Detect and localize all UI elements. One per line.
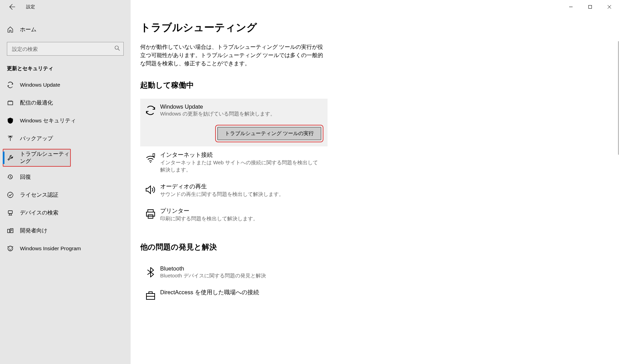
code-icon [7, 227, 14, 234]
sidebar-item-windows-update[interactable]: Windows Update [0, 76, 131, 94]
arrow-left-icon [9, 4, 15, 10]
sidebar-item-label: ライセンス認証 [20, 191, 58, 199]
page-description: 何かが動作していない場合は、トラブルシューティング ツールの実行が役立つ可能性が… [140, 43, 326, 68]
svg-rect-17 [8, 229, 10, 233]
svg-rect-25 [153, 154, 155, 156]
troubleshoot-item[interactable]: Windows UpdateWindows の更新を妨げている問題を解決します。… [140, 99, 328, 146]
wrench-icon [7, 154, 14, 161]
back-button[interactable] [5, 0, 19, 14]
location-icon [7, 209, 14, 216]
sidebar-item-label: バックアップ [20, 135, 53, 142]
svg-rect-1 [589, 5, 592, 9]
sidebar-item-label: 回復 [20, 174, 31, 181]
svg-rect-26 [148, 210, 153, 212]
svg-rect-13 [8, 211, 12, 213]
sync-large-icon [144, 104, 157, 117]
svg-line-5 [118, 49, 120, 51]
svg-rect-6 [8, 101, 13, 105]
sidebar-item-label: Windows Update [20, 82, 60, 88]
home-label: ホーム [20, 26, 36, 33]
sidebar-item-label: デバイスの検索 [20, 209, 58, 217]
sound-icon [144, 184, 157, 196]
maximize-button[interactable] [581, 0, 600, 14]
section-running-title: 起動して稼働中 [140, 80, 619, 90]
sidebar-item-label: トラブルシューティング [20, 151, 71, 165]
sidebar-item-windows-security[interactable]: Windows セキュリティ [0, 112, 131, 130]
troubleshoot-item[interactable]: BluetoothBluetooth デバイスに関する問題の発見と解決 [140, 261, 328, 284]
troubleshoot-item-desc: 印刷に関する問題を検出して解決します。 [160, 215, 258, 222]
svg-point-4 [115, 46, 119, 49]
sidebar-item-troubleshoot[interactable]: トラブルシューティング [3, 149, 71, 167]
close-icon [607, 5, 611, 9]
svg-point-21 [8, 246, 13, 251]
search-input[interactable] [12, 46, 114, 52]
svg-line-14 [9, 213, 10, 215]
search-box[interactable] [7, 42, 124, 56]
troubleshoot-item-desc: Windows の更新を妨げている問題を解決します。 [160, 110, 275, 117]
nav-list: Windows Update配信の最適化Windows セキュリティバックアップ… [0, 76, 131, 257]
search-icon [114, 45, 120, 52]
section-other-title: 他の問題の発見と解決 [140, 242, 619, 252]
troubleshoot-item-title: オーディオの再生 [160, 183, 284, 190]
run-troubleshooter-button[interactable]: トラブルシューティング ツールの実行 [217, 127, 321, 140]
window-title: 設定 [26, 4, 35, 10]
arrow-up-icon [7, 135, 14, 142]
svg-point-23 [11, 248, 12, 249]
sync-icon [7, 81, 14, 88]
sidebar-item-find-device[interactable]: デバイスの検索 [0, 204, 131, 222]
sidebar-item-recovery[interactable]: 回復 [0, 168, 131, 186]
sidebar-item-label: 配信の最適化 [20, 99, 53, 107]
delivery-icon [7, 99, 14, 106]
close-button[interactable] [600, 0, 619, 14]
svg-rect-27 [146, 212, 155, 216]
printer-icon [144, 208, 157, 220]
home-icon [7, 26, 14, 33]
main-content: トラブルシューティング 何かが動作していない場合は、トラブルシューティング ツー… [131, 0, 619, 364]
troubleshoot-item-title: Windows Update [160, 103, 275, 110]
check-circle-icon [7, 191, 14, 198]
troubleshoot-item[interactable]: プリンター印刷に関する問題を検出して解決します。 [140, 202, 328, 227]
troubleshoot-item-title: Bluetooth [160, 265, 266, 272]
troubleshoot-item[interactable]: オーディオの再生サウンドの再生に関する問題を検出して解決します。 [140, 178, 328, 202]
shield-icon [7, 117, 14, 124]
insider-icon [7, 245, 14, 252]
sidebar: ホーム 更新とセキュリティ Windows Update配信の最適化Window… [0, 0, 131, 364]
sidebar-item-insider[interactable]: Windows Insider Program [0, 240, 131, 257]
briefcase-icon [144, 289, 157, 302]
sidebar-item-developer[interactable]: 開発者向け [0, 222, 131, 240]
troubleshoot-list-running: Windows UpdateWindows の更新を妨げている問題を解決します。… [140, 99, 328, 227]
home-link[interactable]: ホーム [0, 21, 131, 38]
sidebar-category: 更新とセキュリティ [0, 56, 131, 76]
maximize-icon [588, 5, 592, 9]
svg-line-15 [11, 213, 11, 215]
sidebar-item-label: Windows Insider Program [20, 245, 81, 252]
minimize-icon [569, 5, 573, 9]
minimize-button[interactable] [561, 0, 581, 14]
page-title: トラブルシューティング [140, 21, 619, 35]
history-icon [7, 174, 14, 180]
troubleshoot-item-title: DirectAccess を使用した職場への接続 [160, 289, 259, 296]
troubleshoot-item[interactable]: インターネット接続インターネットまたは Web サイトへの接続に関する問題を検出… [140, 146, 328, 178]
sidebar-item-label: 開発者向け [20, 227, 47, 234]
sidebar-item-label: Windows セキュリティ [20, 117, 76, 124]
troubleshoot-item-title: プリンター [160, 207, 258, 215]
troubleshoot-item-desc: インターネットまたは Web サイトへの接続に関する問題を検出して解決します。 [160, 159, 322, 173]
wifi-icon [144, 152, 157, 164]
troubleshoot-item-title: インターネット接続 [160, 151, 322, 159]
troubleshoot-item-desc: サウンドの再生に関する問題を検出して解決します。 [160, 190, 284, 198]
svg-point-24 [150, 162, 151, 163]
sidebar-item-backup[interactable]: バックアップ [0, 130, 131, 147]
svg-point-12 [8, 192, 13, 198]
titlebar: 設定 [0, 0, 619, 14]
troubleshoot-item-desc: Bluetooth デバイスに関する問題の発見と解決 [160, 272, 266, 279]
sidebar-item-delivery-opt[interactable]: 配信の最適化 [0, 94, 131, 112]
svg-point-22 [9, 248, 10, 249]
bluetooth-icon [144, 266, 157, 278]
troubleshoot-list-other: BluetoothBluetooth デバイスに関する問題の発見と解決Direc… [140, 261, 328, 307]
sidebar-item-activation[interactable]: ライセンス認証 [0, 186, 131, 204]
troubleshoot-item[interactable]: DirectAccess を使用した職場への接続 [140, 284, 328, 307]
